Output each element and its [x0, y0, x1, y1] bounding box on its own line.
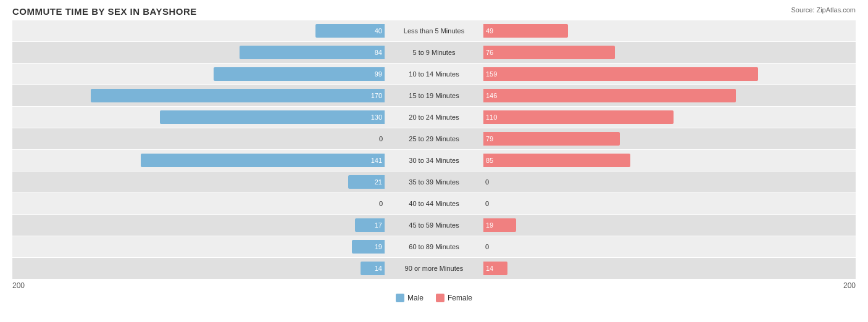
legend-female: Female — [436, 294, 472, 302]
male-bar — [141, 154, 385, 167]
female-value: 85 — [483, 157, 493, 164]
bar-row-inner: 5 to 9 Minutes8476 — [12, 42, 856, 63]
bar-row: 15 to 19 Minutes170146 — [12, 85, 856, 106]
female-value: 146 — [483, 92, 497, 99]
female-value: 0 — [485, 243, 489, 250]
bar-row: 90 or more Minutes1414 — [12, 258, 856, 279]
bar-row: 40 to 44 Minutes00 — [12, 193, 856, 214]
rows-container: Less than 5 Minutes40495 to 9 Minutes847… — [12, 20, 856, 279]
female-bar — [483, 24, 568, 38]
female-value: 110 — [483, 114, 497, 121]
female-bar — [483, 67, 758, 81]
legend-male-label: Male — [407, 294, 424, 302]
row-label: 30 to 34 Minutes — [385, 157, 483, 164]
legend-female-label: Female — [448, 294, 472, 302]
male-value: 99 — [375, 70, 385, 78]
male-value: 19 — [375, 243, 385, 250]
female-value: 49 — [483, 27, 493, 35]
male-value: 130 — [371, 114, 385, 121]
row-label: 5 to 9 Minutes — [385, 49, 483, 56]
bar-row-inner: 90 or more Minutes1414 — [12, 258, 856, 279]
chart-wrapper: Less than 5 Minutes40495 to 9 Minutes847… — [12, 20, 856, 302]
male-bar — [240, 46, 385, 59]
row-label: 40 to 44 Minutes — [385, 200, 483, 207]
bar-row: 30 to 34 Minutes14185 — [12, 150, 856, 171]
row-label: 10 to 14 Minutes — [385, 70, 483, 78]
female-bar — [483, 46, 615, 59]
legend-female-box — [436, 294, 444, 302]
bar-row-inner: Less than 5 Minutes4049 — [12, 20, 856, 41]
row-label: 15 to 19 Minutes — [385, 92, 483, 99]
row-label: 90 or more Minutes — [385, 265, 483, 272]
axis-left-label: 200 — [12, 281, 25, 290]
bar-row: 60 to 89 Minutes190 — [12, 236, 856, 257]
source-text: Source: ZipAtlas.com — [791, 6, 856, 14]
female-bar — [483, 110, 674, 124]
bar-row: 10 to 14 Minutes99159 — [12, 64, 856, 85]
bar-row-inner: 40 to 44 Minutes00 — [12, 193, 856, 214]
bar-row-inner: 35 to 39 Minutes210 — [12, 171, 856, 192]
row-label: 45 to 59 Minutes — [385, 221, 483, 229]
chart-title: COMMUTE TIME BY SEX IN BAYSHORE — [12, 6, 856, 17]
legend-male: Male — [396, 294, 424, 302]
male-value: 84 — [375, 49, 385, 56]
male-value: 0 — [379, 200, 383, 207]
bar-row: 20 to 24 Minutes130110 — [12, 107, 856, 128]
bar-row: 45 to 59 Minutes1719 — [12, 215, 856, 236]
bar-row-inner: 25 to 29 Minutes079 — [12, 128, 856, 149]
legend: Male Female — [12, 294, 856, 302]
male-bar — [214, 67, 385, 81]
bar-row-inner: 30 to 34 Minutes14185 — [12, 150, 856, 171]
bar-row: 5 to 9 Minutes8476 — [12, 42, 856, 63]
bar-row: 25 to 29 Minutes079 — [12, 128, 856, 149]
female-bar — [483, 89, 736, 102]
male-value: 40 — [375, 27, 385, 35]
bar-row-inner: 10 to 14 Minutes99159 — [12, 64, 856, 85]
female-value: 19 — [483, 221, 493, 229]
bar-row-inner: 45 to 59 Minutes1719 — [12, 215, 856, 236]
male-value: 17 — [375, 221, 385, 229]
male-value: 14 — [375, 265, 385, 272]
male-value: 170 — [371, 92, 385, 99]
row-label: 60 to 89 Minutes — [385, 243, 483, 250]
female-value: 0 — [485, 200, 489, 207]
row-label: 25 to 29 Minutes — [385, 135, 483, 142]
male-bar — [91, 89, 385, 102]
female-value: 159 — [483, 70, 497, 78]
female-bar — [483, 154, 630, 167]
female-value: 79 — [483, 135, 493, 142]
axis-right-label: 200 — [843, 281, 856, 290]
row-label: Less than 5 Minutes — [385, 27, 483, 35]
bar-row: Less than 5 Minutes4049 — [12, 20, 856, 41]
bar-row-inner: 20 to 24 Minutes130110 — [12, 107, 856, 128]
bar-row-inner: 15 to 19 Minutes170146 — [12, 85, 856, 106]
bar-row-inner: 60 to 89 Minutes190 — [12, 236, 856, 257]
row-label: 20 to 24 Minutes — [385, 114, 483, 121]
male-value: 141 — [371, 157, 385, 164]
axis-bottom: 200 200 — [12, 281, 856, 290]
bar-row: 35 to 39 Minutes210 — [12, 171, 856, 192]
female-value: 0 — [485, 178, 489, 186]
male-value: 21 — [375, 178, 385, 186]
female-value: 14 — [483, 265, 493, 272]
chart-container: COMMUTE TIME BY SEX IN BAYSHORE Source: … — [0, 0, 868, 322]
female-value: 76 — [483, 49, 493, 56]
male-value: 0 — [379, 135, 383, 142]
female-bar — [483, 132, 620, 146]
male-bar — [160, 110, 385, 124]
row-label: 35 to 39 Minutes — [385, 178, 483, 186]
legend-male-box — [396, 294, 404, 302]
